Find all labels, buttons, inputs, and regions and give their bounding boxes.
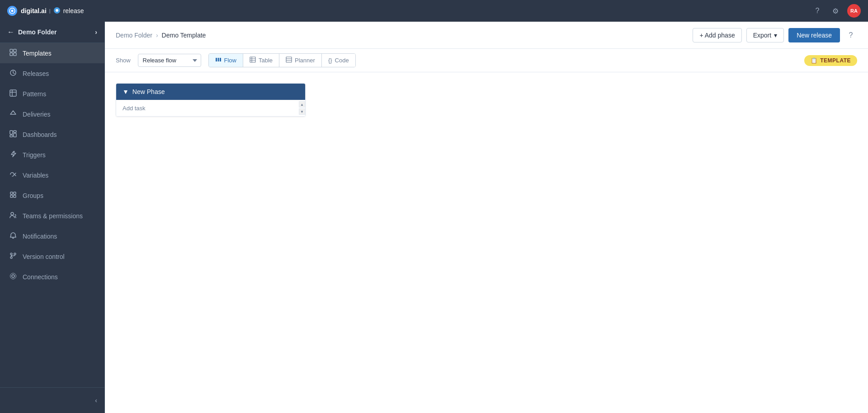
svg-rect-5: [14, 49, 16, 52]
sidebar-item-version-control[interactable]: Version control: [0, 246, 104, 267]
planner-icon: [286, 56, 292, 64]
svg-rect-15: [14, 192, 16, 194]
dashboards-icon: [9, 130, 17, 139]
main-layout: ← Demo Folder › Templates Releases: [0, 22, 868, 413]
scroll-down-button[interactable]: ▼: [299, 108, 305, 115]
teams-permissions-icon: [9, 211, 17, 220]
export-caret-icon: ▾: [774, 32, 777, 39]
sidebar-item-dashboards[interactable]: Dashboards: [0, 124, 104, 145]
template-badge-icon: 📋: [811, 57, 818, 64]
deliveries-icon: [9, 110, 17, 118]
add-task-label: Add task: [123, 105, 146, 112]
tab-code[interactable]: {} Code: [322, 54, 355, 67]
tab-planner[interactable]: Planner: [279, 54, 322, 67]
sidebar-label-deliveries: Deliveries: [23, 111, 50, 118]
logo-text: digital.ai | release: [21, 7, 84, 15]
svg-point-23: [10, 273, 16, 279]
sidebar: ← Demo Folder › Templates Releases: [0, 22, 105, 413]
sidebar-nav: Templates Releases Patterns Deliveries: [0, 43, 104, 287]
sidebar-item-teams-permissions[interactable]: Teams & permissions: [0, 206, 104, 226]
tab-table-label: Table: [259, 57, 273, 64]
svg-rect-12: [14, 133, 16, 137]
svg-point-3: [56, 9, 58, 12]
svg-rect-17: [14, 195, 16, 197]
tab-table[interactable]: Table: [243, 54, 279, 67]
content-header: Demo Folder › Demo Template + Add phase …: [105, 22, 868, 49]
table-icon: [250, 56, 256, 64]
sidebar-label-variables: Variables: [23, 172, 48, 179]
tab-planner-label: Planner: [295, 57, 315, 64]
logo: digital.ai | release: [7, 6, 84, 16]
sidebar-item-releases[interactable]: Releases: [0, 63, 104, 84]
svg-rect-6: [10, 53, 13, 56]
sidebar-label-triggers: Triggers: [23, 151, 46, 159]
show-select[interactable]: Release flow Table Planner Code: [138, 54, 201, 67]
svg-rect-27: [250, 57, 255, 62]
back-icon: ←: [7, 28, 14, 36]
svg-point-22: [12, 275, 14, 277]
flow-icon: [215, 56, 222, 64]
scroll-up-button[interactable]: ▲: [299, 101, 305, 108]
svg-point-1: [11, 10, 14, 12]
sidebar-label-releases: Releases: [23, 70, 49, 77]
phase-chevron-icon: ▼: [123, 88, 129, 95]
connections-icon: [9, 272, 17, 281]
new-release-button[interactable]: New release: [788, 28, 840, 42]
sidebar-label-connections: Connections: [23, 273, 58, 281]
logo-release-icon: [53, 7, 61, 15]
template-badge: 📋 TEMPLATE: [804, 55, 857, 66]
triggers-icon: [9, 150, 17, 159]
sidebar-label-patterns: Patterns: [23, 90, 46, 98]
templates-icon: [9, 49, 17, 57]
phase-name: New Phase: [132, 88, 165, 95]
sidebar-label-groups: Groups: [23, 192, 43, 199]
phase-scroll: ▲ ▼: [299, 100, 305, 116]
template-badge-label: TEMPLATE: [820, 57, 851, 64]
sidebar-folder-header[interactable]: ← Demo Folder ›: [0, 22, 104, 43]
sidebar-item-notifications[interactable]: Notifications: [0, 226, 104, 246]
export-button[interactable]: Export ▾: [746, 28, 784, 42]
svg-rect-13: [10, 135, 13, 137]
sidebar-item-templates[interactable]: Templates: [0, 43, 104, 63]
logo-brand: digital.ai: [21, 7, 47, 14]
svg-rect-10: [10, 131, 13, 134]
content-help-button[interactable]: ?: [844, 29, 857, 42]
view-tabs: Flow Table Planner {} Code: [208, 53, 356, 67]
sidebar-item-deliveries[interactable]: Deliveries: [0, 104, 104, 124]
add-task-row[interactable]: Add task: [116, 100, 305, 116]
settings-button[interactable]: ⚙: [829, 5, 842, 17]
phase-body: Add task ▲ ▼: [116, 100, 305, 116]
collapse-icon: ‹: [95, 397, 97, 404]
breadcrumb-current-page: Demo Template: [162, 32, 206, 39]
sidebar-bottom: ‹: [0, 387, 104, 413]
folder-expand-icon: ›: [95, 28, 97, 36]
groups-icon: [9, 191, 17, 200]
sidebar-label-teams-permissions: Teams & permissions: [23, 212, 83, 220]
tab-flow[interactable]: Flow: [209, 54, 243, 67]
svg-rect-16: [10, 195, 13, 197]
svg-rect-7: [14, 53, 16, 56]
patterns-icon: [9, 89, 17, 98]
help-button[interactable]: ?: [811, 5, 824, 17]
releases-icon: [9, 69, 17, 78]
sidebar-item-groups[interactable]: Groups: [0, 185, 104, 206]
svg-rect-11: [14, 131, 16, 132]
sidebar-item-variables[interactable]: Variables: [0, 165, 104, 185]
sidebar-item-patterns[interactable]: Patterns: [0, 84, 104, 104]
svg-rect-26: [220, 58, 221, 61]
svg-rect-28: [286, 57, 292, 62]
folder-label: Demo Folder: [18, 28, 57, 36]
sidebar-item-triggers[interactable]: Triggers: [0, 145, 104, 165]
avatar[interactable]: RA: [847, 4, 861, 18]
sidebar-item-connections[interactable]: Connections: [0, 267, 104, 287]
toolbar-row: Show Release flow Table Planner Code Flo…: [105, 49, 868, 72]
tab-code-label: Code: [335, 57, 349, 64]
sidebar-collapse-button[interactable]: ‹: [0, 392, 104, 408]
tab-flow-label: Flow: [224, 57, 236, 64]
topbar: digital.ai | release ? ⚙ RA: [0, 0, 868, 22]
export-label: Export: [753, 32, 771, 39]
add-phase-button[interactable]: + Add phase: [693, 28, 741, 42]
content-header-actions: + Add phase Export ▾ New release ?: [693, 28, 857, 42]
logo-icon: [7, 6, 17, 16]
breadcrumb-folder-link[interactable]: Demo Folder: [116, 32, 152, 39]
